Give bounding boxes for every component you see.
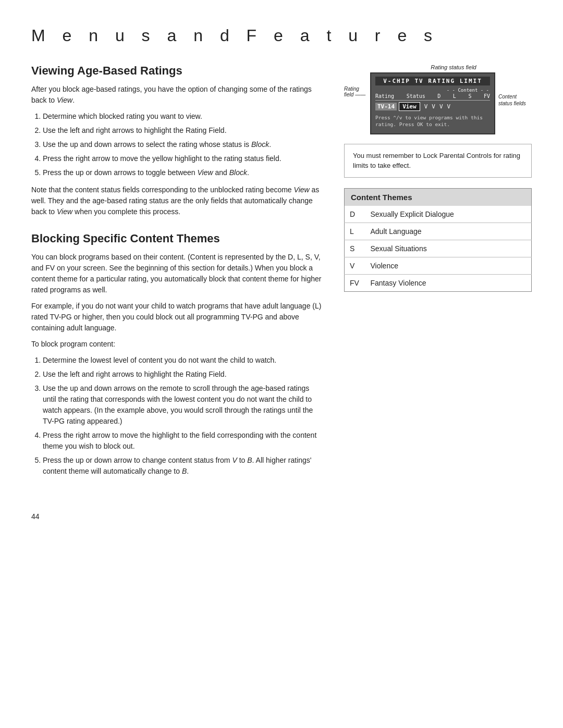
rating-status-label: Rating status field bbox=[375, 64, 532, 70]
table-header: Content Themes bbox=[345, 188, 532, 206]
list-item: Determine the lowest level of content yo… bbox=[43, 355, 323, 366]
vchip-v-cells: V V V V bbox=[423, 103, 452, 110]
status-value: View bbox=[399, 102, 420, 111]
theme-code: D bbox=[345, 206, 365, 223]
table-row: S Sexual Situations bbox=[345, 240, 532, 257]
notice-box: You must remember to Lock Parental Contr… bbox=[344, 144, 532, 178]
list-item: Press the up or down arrow to change con… bbox=[43, 455, 323, 477]
rating-value: TV-14 bbox=[375, 103, 397, 110]
section1-intro: After you block age-based ratings, you h… bbox=[31, 84, 323, 106]
section-blocking-content-themes: Blocking Specific Content Themes You can… bbox=[31, 232, 323, 477]
v-cell-4: V bbox=[446, 103, 452, 110]
col-l: L bbox=[453, 93, 456, 99]
v-cell-1: V bbox=[423, 103, 429, 110]
vchip-message: Press ^/v to view programs with this rat… bbox=[375, 114, 490, 128]
content-status-label: Content status fields bbox=[498, 94, 526, 106]
vchip-title: V-CHIP TV RATING LIMIT bbox=[375, 77, 490, 85]
theme-code: L bbox=[345, 223, 365, 240]
list-item: Use the up and down arrows to select the… bbox=[43, 139, 323, 150]
vchip-diagram-inner: Rating field —— V-CHIP TV RATING LIMIT -… bbox=[344, 72, 532, 134]
content-themes-table: Content Themes D Sexually Explicit Dialo… bbox=[344, 188, 532, 292]
list-item: Use the up and down arrows on the remote… bbox=[43, 383, 323, 427]
left-column: Viewing Age-Based Ratings After you bloc… bbox=[31, 64, 323, 491]
theme-code: S bbox=[345, 240, 365, 257]
section2-para1: You can block programs based on their co… bbox=[31, 252, 323, 295]
section-viewing-age-based-ratings: Viewing Age-Based Ratings After you bloc… bbox=[31, 64, 323, 217]
theme-code: V bbox=[345, 257, 365, 274]
notice-text: You must remember to Lock Parental Contr… bbox=[353, 152, 520, 170]
theme-description: Adult Language bbox=[365, 223, 532, 240]
theme-description: Violence bbox=[365, 257, 532, 274]
list-item: Use the left and right arrows to highlig… bbox=[43, 125, 323, 136]
table-row: V Violence bbox=[345, 257, 532, 274]
rating-field-label: Rating field —— bbox=[344, 86, 367, 97]
to-block-label: To block program content: bbox=[31, 339, 323, 350]
theme-code: FV bbox=[345, 274, 365, 291]
theme-description: Fantasy Violence bbox=[365, 274, 532, 291]
section1-heading: Viewing Age-Based Ratings bbox=[31, 64, 323, 78]
section2-para2: For example, if you do not want your chi… bbox=[31, 301, 323, 334]
vchip-right-labels: Content status fields bbox=[498, 72, 530, 107]
vchip-header-row: Rating Status D L S FV bbox=[375, 93, 490, 101]
table-row: D Sexually Explicit Dialogue bbox=[345, 206, 532, 223]
table-row: FV Fantasy Violence bbox=[345, 274, 532, 291]
vchip-screen: V-CHIP TV RATING LIMIT - - Content - - R… bbox=[370, 72, 495, 134]
theme-description: Sexually Explicit Dialogue bbox=[365, 206, 532, 223]
vchip-diagram: Rating status field Rating field —— V-CH… bbox=[344, 64, 532, 134]
col-d: D bbox=[437, 93, 440, 99]
vchip-left-labels: Rating field —— bbox=[344, 72, 367, 97]
section2-steps-list: Determine the lowest level of content yo… bbox=[43, 355, 323, 477]
vchip-data-row: TV-14 View V V V V bbox=[375, 102, 490, 111]
theme-description: Sexual Situations bbox=[365, 240, 532, 257]
list-item: Press the right arrow to move the yellow… bbox=[43, 153, 323, 164]
col-rating: Rating bbox=[375, 93, 394, 99]
section1-note: Note that the content status fields corr… bbox=[31, 184, 323, 217]
page-number: 44 bbox=[31, 512, 532, 521]
vchip-content-sublabel: - - Content - - bbox=[375, 88, 490, 93]
list-item: Determine which blocked rating you want … bbox=[43, 111, 323, 122]
list-item: Press the up or down arrows to toggle be… bbox=[43, 167, 323, 178]
list-item: Press the right arrow to move the highli… bbox=[43, 430, 323, 452]
v-cell-3: V bbox=[438, 103, 444, 110]
col-status: Status bbox=[407, 93, 425, 99]
list-item: Use the left and right arrows to highlig… bbox=[43, 369, 323, 380]
right-column: Rating status field Rating field —— V-CH… bbox=[344, 64, 532, 491]
table-row: L Adult Language bbox=[345, 223, 532, 240]
page-title: M e n u s a n d F e a t u r e s bbox=[31, 26, 532, 45]
content-themes-body: D Sexually Explicit Dialogue L Adult Lan… bbox=[345, 206, 532, 292]
col-fv: FV bbox=[484, 93, 490, 99]
v-cell-2: V bbox=[431, 103, 436, 110]
section2-heading: Blocking Specific Content Themes bbox=[31, 232, 323, 245]
section1-steps-list: Determine which blocked rating you want … bbox=[43, 111, 323, 178]
col-s: S bbox=[468, 93, 471, 99]
